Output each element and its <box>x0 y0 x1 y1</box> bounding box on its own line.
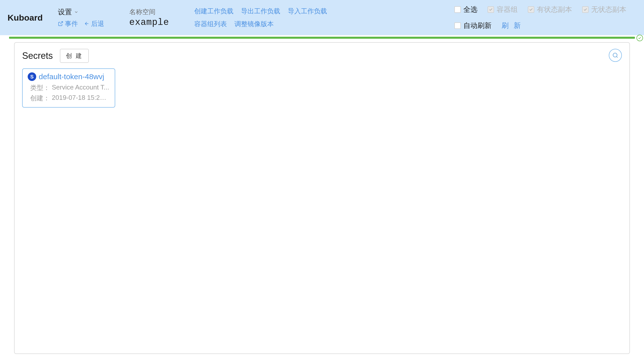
actions-row-2: 容器组列表 调整镜像版本 <box>194 20 327 28</box>
refresh-row: 自动刷新 刷 新 <box>454 21 626 30</box>
external-link-icon <box>58 21 63 26</box>
import-workload-link[interactable]: 导入工作负载 <box>288 7 327 16</box>
check-icon <box>529 8 533 12</box>
check-icon <box>583 8 587 12</box>
namespace-value: example <box>129 17 169 28</box>
progress-bar <box>9 37 635 39</box>
back-link[interactable]: 后退 <box>84 19 104 28</box>
settings-label-text: 设置 <box>58 7 72 17</box>
created-value: 2019-07-18 15:21:36 <box>52 94 110 103</box>
auto-refresh-label: 自动刷新 <box>463 21 492 30</box>
type-value: Service Account T... <box>52 83 109 92</box>
select-all-checkbox[interactable]: 全选 <box>454 5 477 14</box>
create-button[interactable]: 创 建 <box>60 49 89 63</box>
pod-group-checkbox[interactable]: 容器组 <box>488 5 518 14</box>
adjust-image-link[interactable]: 调整镜像版本 <box>234 20 274 28</box>
auto-refresh-checkbox[interactable]: 自动刷新 <box>454 21 492 30</box>
header-bar: Kuboard 设置 事件 <box>0 0 644 35</box>
refresh-link[interactable]: 刷 新 <box>502 21 522 30</box>
panel-title: Secrets <box>22 51 53 61</box>
header-sub-links: 事件 后退 <box>58 19 104 28</box>
progress-bar-wrap <box>0 37 644 39</box>
checkbox-box-icon <box>582 6 589 13</box>
app-logo: Kuboard <box>8 0 58 35</box>
card-title-row: S default-token-48wvj <box>28 72 110 81</box>
settings-dropdown[interactable]: 设置 <box>58 7 104 17</box>
stateless-replica-checkbox[interactable]: 无状态副本 <box>582 5 626 14</box>
pod-group-label: 容器组 <box>497 5 518 14</box>
secret-badge-icon: S <box>28 72 36 81</box>
secret-name: default-token-48wvj <box>39 72 104 81</box>
type-label: 类型： <box>30 83 52 92</box>
card-created-row: 创建： 2019-07-18 15:21:36 <box>28 94 110 103</box>
created-label: 创建： <box>30 94 52 103</box>
header-right-block: 全选 容器组 有状态副本 <box>454 0 636 35</box>
main-panel: Secrets 创 建 S default-token-48wvj 类型： Se… <box>14 42 630 354</box>
progress-success-icon <box>636 35 643 41</box>
create-workload-link[interactable]: 创建工作负载 <box>194 7 233 16</box>
search-icon <box>612 52 618 58</box>
pod-list-link[interactable]: 容器组列表 <box>194 20 227 28</box>
checkbox-box-icon <box>528 6 534 13</box>
check-icon <box>489 8 493 12</box>
back-link-text: 后退 <box>91 19 104 28</box>
actions-row-1: 创建工作负载 导出工作负载 导入工作负载 <box>194 7 327 16</box>
export-workload-link[interactable]: 导出工作负载 <box>241 7 280 16</box>
check-icon <box>638 36 641 40</box>
checkbox-box-icon <box>454 6 461 13</box>
arrow-left-icon <box>84 21 90 26</box>
select-all-label: 全选 <box>463 5 477 14</box>
filter-checkbox-row: 全选 容器组 有状态副本 <box>454 5 626 14</box>
logo-text: Kuboard <box>8 13 43 23</box>
stateful-replica-label: 有状态副本 <box>537 5 572 14</box>
actions-block: 创建工作负载 导出工作负载 导入工作负载 容器组列表 调整镜像版本 <box>194 0 327 35</box>
events-link[interactable]: 事件 <box>58 19 78 28</box>
secret-card[interactable]: S default-token-48wvj 类型： Service Accoun… <box>22 68 115 108</box>
events-link-text: 事件 <box>65 19 78 28</box>
svg-line-3 <box>617 57 618 58</box>
panel-header: Secrets 创 建 <box>22 49 622 63</box>
chevron-down-icon <box>74 10 78 14</box>
svg-line-0 <box>60 22 63 24</box>
search-button[interactable] <box>609 49 622 62</box>
settings-block: 设置 事件 <box>58 0 129 35</box>
svg-point-2 <box>613 53 617 57</box>
stateful-replica-checkbox[interactable]: 有状态副本 <box>528 5 572 14</box>
checkbox-box-icon <box>454 22 461 29</box>
badge-letter: S <box>30 74 33 80</box>
namespace-label: 名称空间 <box>129 8 169 16</box>
stateless-replica-label: 无状态副本 <box>591 5 626 14</box>
namespace-block: 名称空间 example <box>129 0 194 35</box>
checkbox-box-icon <box>488 6 494 13</box>
card-type-row: 类型： Service Account T... <box>28 83 110 92</box>
